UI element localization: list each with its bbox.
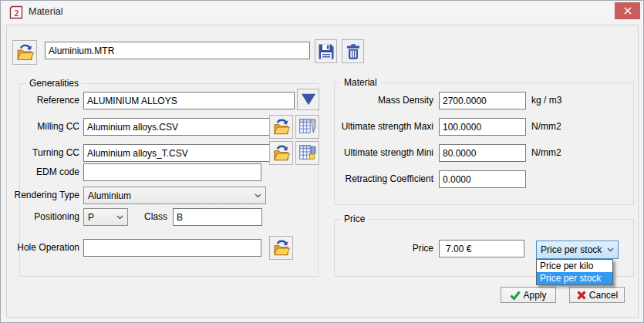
save-button[interactable]	[315, 39, 337, 63]
reference-label: Reference	[8, 95, 79, 106]
positioning-label: Positioning	[8, 211, 79, 222]
folder-open-icon	[271, 143, 291, 163]
retracting-coefficient-input[interactable]	[439, 170, 526, 188]
hole-operation-open-button[interactable]	[269, 236, 293, 260]
app-logo-icon: 2	[9, 5, 23, 19]
class-input[interactable]	[173, 208, 262, 226]
turning-cc-label: Turning CC	[8, 147, 79, 158]
price-group-title: Price	[341, 214, 368, 224]
milling-cc-open-button[interactable]	[269, 115, 293, 139]
price-mode-option-kilo[interactable]: Price per kilo	[537, 260, 612, 272]
trash-icon	[344, 42, 362, 61]
edm-code-label: EDM code	[8, 167, 79, 177]
ultimate-strength-mini-unit: N/mm2	[531, 147, 561, 158]
price-mode-option-stock[interactable]: Price per stock	[537, 272, 612, 284]
material-file-name-input[interactable]	[45, 42, 310, 59]
mass-density-input[interactable]	[439, 92, 526, 109]
open-material-file-button[interactable]	[12, 40, 37, 65]
save-icon	[317, 42, 335, 61]
price-mode-value: Price per stock	[541, 244, 602, 255]
csv-turning-icon	[298, 143, 317, 163]
retracting-coefficient-label: Retracting Coefficient	[332, 173, 433, 184]
folder-open-icon	[15, 42, 35, 62]
material-group-title: Material	[341, 77, 380, 88]
csv-milling-icon	[298, 117, 317, 136]
cancel-button-label: Cancel	[589, 290, 618, 301]
rendering-type-combobox[interactable]: Aluminium	[83, 187, 266, 204]
ultimate-strength-mini-input[interactable]	[439, 144, 526, 162]
turning-cc-input[interactable]	[83, 144, 276, 162]
ultimate-strength-maxi-label: Ultimate strength Maxi	[332, 121, 433, 132]
apply-button-label: Apply	[523, 290, 546, 301]
triangle-down-icon	[300, 92, 317, 107]
check-icon	[510, 290, 521, 301]
delete-button[interactable]	[342, 39, 364, 63]
hole-operation-input[interactable]	[83, 239, 261, 257]
price-mode-combobox[interactable]: Price per stock	[536, 241, 619, 259]
class-label: Class	[132, 211, 167, 222]
svg-text:2: 2	[14, 8, 19, 19]
milling-cc-table-button[interactable]	[295, 115, 319, 139]
folder-open-icon	[271, 238, 291, 257]
title-bar: 2 Material	[1, 1, 643, 23]
close-button[interactable]	[615, 2, 640, 19]
ultimate-strength-maxi-unit: N/mm2	[531, 121, 561, 132]
chevron-down-icon	[255, 193, 261, 198]
price-input[interactable]	[439, 240, 524, 257]
ultimate-strength-maxi-input[interactable]	[439, 118, 526, 136]
mass-density-label: Mass Density	[332, 95, 433, 106]
price-label: Price	[371, 243, 433, 254]
rendering-type-label: Rendering Type	[8, 190, 79, 200]
cross-icon	[576, 290, 587, 301]
positioning-value: P	[88, 212, 94, 223]
hole-operation-label: Hole Operation	[8, 242, 79, 253]
close-icon	[624, 7, 632, 15]
rendering-type-value: Aluminium	[88, 190, 131, 201]
reference-pick-button[interactable]	[297, 89, 319, 110]
chevron-down-icon	[607, 247, 614, 252]
mass-density-unit: kg / m3	[531, 95, 561, 106]
material-dialog: 2 Material	[0, 0, 644, 323]
cancel-button[interactable]: Cancel	[569, 287, 625, 303]
milling-cc-input[interactable]	[83, 118, 276, 136]
ultimate-strength-mini-label: Ultimate strength Mini	[332, 147, 433, 158]
generalities-group-title: Generalities	[26, 78, 82, 89]
turning-cc-table-button[interactable]	[295, 141, 319, 165]
chevron-down-icon	[116, 215, 123, 220]
folder-open-icon	[271, 117, 291, 136]
positioning-combobox[interactable]: P	[83, 208, 128, 226]
window-title: Material	[29, 1, 62, 23]
reference-input[interactable]	[83, 92, 295, 109]
apply-button[interactable]: Apply	[501, 287, 556, 303]
milling-cc-label: Milling CC	[8, 121, 79, 132]
price-mode-dropdown-list: Price per kilo Price per stock	[536, 259, 613, 285]
turning-cc-open-button[interactable]	[269, 141, 293, 165]
edm-code-input[interactable]	[83, 163, 261, 181]
